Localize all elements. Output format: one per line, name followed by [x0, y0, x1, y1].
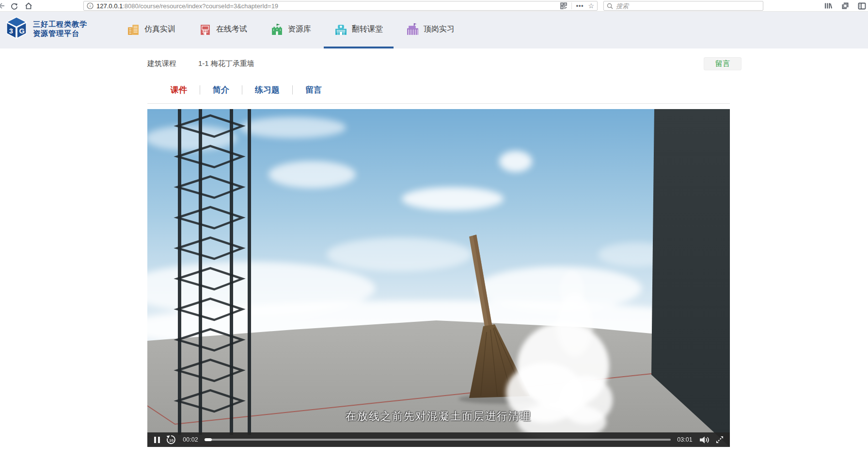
sidebar-icon[interactable] — [856, 0, 868, 11]
qr-code-icon[interactable] — [560, 2, 567, 9]
home-icon[interactable] — [23, 0, 34, 11]
video-frame — [147, 109, 730, 447]
nav-item-internship[interactable]: 顶岗实习 — [395, 12, 465, 48]
content-tabs: 课件 简介 练习题 留言 — [158, 84, 334, 95]
nav-item-flipped-classroom[interactable]: 翻转课堂 — [324, 12, 394, 48]
nav-item-label: 顶岗实习 — [424, 24, 455, 34]
tab-courseware[interactable]: 课件 — [158, 84, 200, 95]
divider — [571, 2, 572, 9]
video-controls: 10 00:02 03:01 — [147, 432, 730, 447]
svg-text:G: G — [19, 27, 25, 35]
page-actions: ••• ☆ — [560, 2, 594, 9]
site-info-icon[interactable]: i — [87, 2, 94, 9]
nav-item-online-exam[interactable]: 在线考试 — [188, 12, 258, 48]
volume-icon[interactable] — [699, 436, 710, 444]
site-logo: 3 G 三好工程类教学 资源管理平台 — [4, 16, 87, 43]
nav-item-simulation-training[interactable]: 仿真实训 — [116, 12, 186, 48]
factory-purple-icon — [406, 23, 419, 36]
progress-played — [205, 438, 212, 441]
pause-button[interactable] — [153, 436, 161, 444]
svg-text:i: i — [90, 3, 91, 8]
progress-bar[interactable] — [205, 439, 671, 441]
ground-plane — [147, 320, 730, 447]
current-time: 00:02 — [181, 436, 200, 443]
duration: 03:01 — [676, 436, 694, 443]
castle-green-icon — [270, 23, 284, 36]
tab-introduction[interactable]: 简介 — [200, 84, 242, 95]
logo-line2: 资源管理平台 — [33, 29, 87, 38]
building-orange-icon — [127, 23, 140, 36]
page-actions-more-icon[interactable]: ••• — [576, 2, 584, 9]
browser-chrome: i 127.0.0.1:8080/course/resource/index?c… — [0, 0, 868, 12]
svg-text:3: 3 — [9, 27, 13, 35]
url-host: 127.0.0.1 — [96, 2, 123, 10]
logo-cube-icon: 3 G — [4, 16, 29, 43]
building-red-icon — [199, 23, 212, 36]
video-player[interactable]: 在放线之前先对混凝土面层进行清理 10 00:02 03:01 — [147, 109, 730, 447]
divider — [147, 103, 730, 104]
search-input[interactable] — [616, 2, 760, 10]
library-icon[interactable] — [822, 0, 834, 11]
nav-item-label: 在线考试 — [216, 24, 247, 34]
search-icon — [607, 3, 613, 9]
svg-text:10: 10 — [169, 438, 174, 443]
browser-search[interactable] — [603, 1, 763, 11]
nav-item-label: 仿真实训 — [144, 24, 175, 34]
bookmark-star-icon[interactable]: ☆ — [588, 2, 594, 9]
breadcrumb-chapter: 1-1 梅花丁承重墙 — [198, 59, 254, 67]
logo-text: 三好工程类教学 资源管理平台 — [33, 20, 87, 38]
refresh-icon[interactable] — [9, 0, 19, 11]
fullscreen-icon[interactable] — [715, 435, 724, 444]
tab-comments[interactable]: 留言 — [293, 84, 334, 95]
school-cyan-icon — [334, 23, 347, 36]
breadcrumb-course[interactable]: 建筑课程 — [147, 59, 176, 67]
screenshot-icon[interactable] — [839, 0, 851, 11]
main-nav: 仿真实训 在线考试 资源库 — [116, 12, 467, 48]
logo-line1: 三好工程类教学 — [33, 20, 87, 29]
video-subtitle: 在放线之前先对混凝土面层进行清理 — [147, 409, 730, 424]
nav-item-label: 翻转课堂 — [352, 24, 383, 34]
back-icon[interactable] — [0, 0, 6, 11]
nav-item-label: 资源库 — [288, 24, 311, 34]
nav-item-resource-library[interactable]: 资源库 — [260, 12, 322, 48]
replay-10-button[interactable]: 10 — [166, 434, 176, 445]
tab-exercises[interactable]: 练习题 — [242, 84, 292, 95]
url-bar[interactable]: i 127.0.0.1:8080/course/resource/index?c… — [83, 1, 598, 11]
message-button[interactable]: 留言 — [704, 57, 742, 70]
breadcrumb: 建筑课程1-1 梅花丁承重墙 — [147, 59, 254, 68]
url-path: :8080/course/resource/index?courseId=3&c… — [123, 2, 278, 10]
site-header: 3 G 三好工程类教学 资源管理平台 仿真实训 — [0, 12, 868, 48]
url-text: 127.0.0.1:8080/course/resource/index?cou… — [96, 2, 560, 10]
